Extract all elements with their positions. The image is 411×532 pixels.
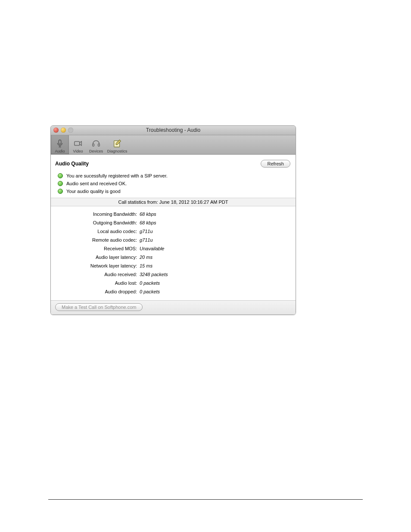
stat-row: Local audio codec:g711u [51,227,296,236]
stat-value: g711u [140,236,153,244]
footer: Make a Test Call on Softphone.com [51,300,296,314]
diagnostics-icon [112,138,123,149]
tab-label: Devices [89,149,103,153]
stat-value: 3248 packets [140,270,168,279]
tab-diagnostics[interactable]: Diagnostics [105,134,129,154]
stat-row: Received MOS:Unavailable [51,244,296,253]
stat-value: 20 ms [140,253,153,261]
status-text: Your audio quality is good [66,189,121,194]
stat-value: g711u [140,227,153,236]
titlebar: Troubleshooting - Audio [51,126,296,135]
tab-devices[interactable]: Devices [87,134,105,154]
test-call-button[interactable]: Make a Test Call on Softphone.com [55,303,143,311]
stat-row: Remote audio codec:g711u [51,236,296,244]
stat-row: Audio lost:0 packets [51,279,296,287]
stat-row: Audio dropped:0 packets [51,287,296,296]
stat-value: 68 kbps [140,210,156,218]
tab-label: Audio [55,149,65,153]
camera-icon [72,138,84,149]
status-ok-icon [58,173,63,178]
stat-label: Audio dropped: [51,287,140,296]
stat-row: Incoming Bandwidth:68 kbps [51,210,296,218]
stat-label: Audio layer latency: [51,253,140,261]
status-ok-icon [58,181,63,186]
svg-rect-1 [75,141,80,145]
status-list: You are sucessfully registered with a SI… [51,171,296,198]
stat-label: Received MOS: [51,244,140,253]
stat-label: Audio received: [51,270,140,279]
stat-value: 68 kbps [140,218,156,227]
status-text: You are sucessfully registered with a SI… [66,173,168,178]
tab-bar: Audio Video Devices Diagnostics [51,135,296,155]
tab-audio[interactable]: Audio [51,134,69,154]
content-pane: Audio Quality Refresh You are sucessfull… [51,155,296,314]
stat-label: Outgoing Bandwidth: [51,218,140,227]
stat-label: Incoming Bandwidth: [51,210,140,218]
stat-label: Network layer latency: [51,261,140,270]
microphone-icon [54,138,65,149]
svg-rect-0 [59,140,61,144]
window-title: Troubleshooting - Audio [51,126,296,135]
svg-rect-3 [98,144,100,146]
page-footer-rule [48,499,363,500]
stat-row: Network layer latency:15 ms [51,261,296,270]
tab-label: Diagnostics [107,149,128,153]
stat-row: Audio layer latency:20 ms [51,253,296,261]
tab-label: Video [73,149,83,153]
stat-label: Remote audio codec: [51,236,140,244]
troubleshooting-window: Troubleshooting - Audio Audio Video Devi… [50,125,296,315]
status-ok-icon [58,189,63,194]
stats-header: Call statistics from: June 18, 2012 10:1… [51,198,296,206]
section-title: Audio Quality [55,161,89,167]
stat-row: Audio received:3248 packets [51,270,296,279]
status-item: You are sucessfully registered with a SI… [58,172,296,180]
stats-grid: Incoming Bandwidth:68 kbps Outgoing Band… [51,206,296,300]
stat-value: 0 packets [140,287,160,296]
stat-value: 15 ms [140,261,153,270]
section-header: Audio Quality Refresh [51,155,296,171]
status-item: Your audio quality is good [58,187,296,195]
stat-label: Local audio codec: [51,227,140,236]
stat-row: Outgoing Bandwidth:68 kbps [51,218,296,227]
status-item: Audio sent and received OK. [58,180,296,187]
refresh-button[interactable]: Refresh [261,160,290,168]
stat-label: Audio lost: [51,279,140,287]
tab-video[interactable]: Video [69,134,87,154]
stat-value: Unavailable [140,244,164,253]
headset-icon [90,138,102,149]
stat-value: 0 packets [140,279,160,287]
status-text: Audio sent and received OK. [66,181,127,186]
svg-rect-2 [93,144,94,146]
